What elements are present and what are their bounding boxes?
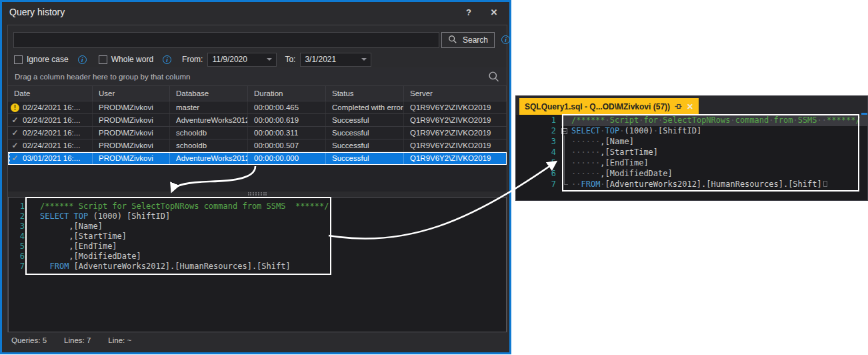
title-bar[interactable]: Query history ? ✕ (2, 2, 509, 25)
cell-user: PROD\MZivkovi (93, 101, 170, 113)
code-line: 6 ,[ModifiedDate] (9, 252, 506, 262)
help-icon[interactable]: ? (461, 6, 476, 19)
editor-code: 1/******·Script·for·SelectTopNRows·comma… (516, 115, 867, 190)
filter-row: Ignore case i Whole word i From: 11/9/20… (14, 53, 371, 66)
code-line: 3······,[Name] (516, 136, 867, 147)
group-by-bar[interactable]: Drag a column header here to group by th… (8, 67, 507, 86)
cell-user: PROD\MZivkovi (93, 152, 170, 164)
tab-sqlquery1[interactable]: SQLQuery1.sql - Q...OD\MZivkovi (57)) ✕ (519, 98, 699, 115)
group-by-hint: Drag a column header here to group by th… (15, 73, 190, 81)
to-label: To: (285, 55, 295, 64)
ssms-editor-panel: SQLQuery1.sql - Q...OD\MZivkovi (57)) ✕ … (515, 95, 868, 201)
table-row[interactable]: ✓02/24/2021 16:...PROD\MZivkovischooldb0… (8, 127, 507, 139)
table-row[interactable]: ✓02/24/2021 16:...PROD\MZivkoviAdventure… (8, 114, 507, 127)
cell-database: master (170, 101, 248, 113)
cell-user: PROD\MZivkovi (93, 139, 170, 151)
column-header-server[interactable]: Server (404, 86, 507, 101)
code-line: 2SELECT·TOP·(1000)·[ShiftID] (516, 125, 867, 136)
column-header-status[interactable]: Status (326, 86, 404, 101)
chevron-down-icon (267, 58, 272, 61)
content-frame: Search i Ignore case i Whole word i From… (7, 25, 507, 332)
info-icon[interactable]: i (78, 55, 87, 64)
ignore-case-label: Ignore case (27, 55, 69, 64)
search-icon (448, 35, 457, 46)
cell-user: PROD\MZivkovi (93, 114, 170, 126)
code-line: 3 ,[Name] (9, 222, 506, 232)
to-date-dropdown[interactable]: 3/1/2021 (300, 53, 371, 67)
status-lines: Lines: 7 (64, 336, 91, 344)
info-icon[interactable]: i (163, 55, 171, 64)
splitter-handle[interactable] (248, 192, 267, 196)
cell-duration: 00:00:00.507 (248, 139, 326, 151)
whole-word-label: Whole word (111, 55, 153, 64)
code-line: 1/******·Script·for·SelectTopNRows·comma… (516, 115, 867, 125)
column-header-user[interactable]: User (93, 86, 170, 101)
tab-strip: SQLQuery1.sql - Q...OD\MZivkovi (57)) ✕ (516, 96, 867, 115)
table-row[interactable]: ✓02/24/2021 16:...PROD\MZivkovischooldb0… (8, 139, 507, 152)
search-button[interactable]: Search (441, 32, 495, 48)
code-line: 5 ,[EndTime] (9, 242, 506, 252)
from-date-value: 11/9/2020 (212, 55, 247, 64)
success-check-icon: ✓ (11, 154, 19, 163)
ignore-case-checkbox[interactable] (14, 55, 23, 64)
close-icon[interactable]: ✕ (487, 6, 501, 19)
cell-date: ✓03/01/2021 16:... (8, 152, 93, 164)
code-line: 7··FROM·[AdventureWorks2012].[HumanResou… (516, 179, 867, 190)
cell-server: Q1R9V6Y2\ZIVKO2019 (404, 101, 507, 113)
cell-status: Completed with errors (326, 101, 404, 113)
cell-status: Successful (326, 114, 404, 126)
table-row[interactable]: ✓03/01/2021 16:...PROD\MZivkoviAdventure… (8, 152, 507, 165)
table-row[interactable]: !02/24/2021 16:...PROD\MZivkovimaster00:… (8, 101, 507, 114)
from-label: From: (182, 55, 203, 64)
sql-preview-code: 1/****** Script for SelectTopNRows comma… (9, 198, 506, 272)
editor-code-area[interactable]: 1/******·Script·for·SelectTopNRows·comma… (516, 115, 867, 200)
fold-collapse-icon[interactable] (561, 128, 567, 134)
info-icon[interactable]: i (501, 35, 510, 44)
cell-date: ✓02/24/2021 16:... (8, 127, 93, 139)
end-of-buffer-marker (823, 181, 827, 187)
cell-server: Q1R9V6Y2\ZIVKO2019 (404, 127, 507, 139)
grid-header-row: DateUserDatabaseDurationStatusServer (8, 86, 507, 101)
code-line: 4 ,[StartTime] (9, 232, 506, 242)
cell-user: PROD\MZivkovi (93, 127, 170, 139)
column-header-date[interactable]: Date (8, 86, 93, 101)
code-line: 7 FROM [AdventureWorks2012].[HumanResour… (9, 262, 506, 272)
code-line: 5······,[EndTime] (516, 157, 867, 168)
cell-duration: 00:00:00.465 (248, 101, 326, 113)
code-line: 2SELECT TOP (1000) [ShiftID] (9, 212, 506, 222)
success-check-icon: ✓ (11, 116, 19, 125)
cell-database: AdventureWorks2012 (170, 152, 248, 164)
cell-server: Q1R9V6Y2\ZIVKO2019 (404, 152, 507, 164)
status-bar: Queries: 5 Lines: 7 Line: ~ (11, 336, 131, 344)
whole-word-checkbox[interactable] (99, 55, 107, 64)
grid-search-icon[interactable] (488, 71, 500, 84)
pin-icon[interactable] (675, 103, 682, 110)
status-queries: Queries: 5 (11, 336, 47, 344)
from-date-dropdown[interactable]: 11/9/2020 (207, 53, 277, 67)
cell-database: schooldb (170, 127, 248, 139)
cell-status: Successful (326, 152, 404, 164)
cell-server: Q1R9V6Y2\ZIVKO2019 (404, 114, 507, 126)
cell-date: ✓02/24/2021 16:... (8, 139, 93, 151)
sql-preview-pane[interactable]: 1/****** Script for SelectTopNRows comma… (8, 197, 507, 332)
tab-title: SQLQuery1.sql - Q...OD\MZivkovi (57)) (525, 102, 670, 111)
cell-database: schooldb (170, 139, 248, 151)
search-input[interactable] (13, 32, 439, 48)
cell-database: AdventureWorks2012 (170, 114, 248, 126)
code-line: 4······,[StartTime] (516, 147, 867, 157)
cell-duration: 00:00:00.311 (248, 127, 326, 139)
success-check-icon: ✓ (11, 129, 19, 137)
success-check-icon: ✓ (11, 141, 19, 150)
cell-duration: 00:00:00.000 (248, 152, 326, 164)
cell-duration: 00:00:00.619 (248, 114, 326, 126)
cell-status: Successful (326, 127, 404, 139)
cell-date: !02/24/2021 16:... (8, 101, 93, 113)
grid-body: !02/24/2021 16:...PROD\MZivkovimaster00:… (8, 101, 507, 165)
chevron-down-icon (361, 58, 367, 61)
column-header-duration[interactable]: Duration (248, 86, 326, 101)
cell-server: Q1R9V6Y2\ZIVKO2019 (404, 139, 507, 151)
code-line: 1/****** Script for SelectTopNRows comma… (9, 202, 506, 212)
tab-close-icon[interactable]: ✕ (687, 103, 693, 111)
column-header-database[interactable]: Database (170, 86, 248, 101)
to-date-value: 3/1/2021 (305, 55, 336, 64)
